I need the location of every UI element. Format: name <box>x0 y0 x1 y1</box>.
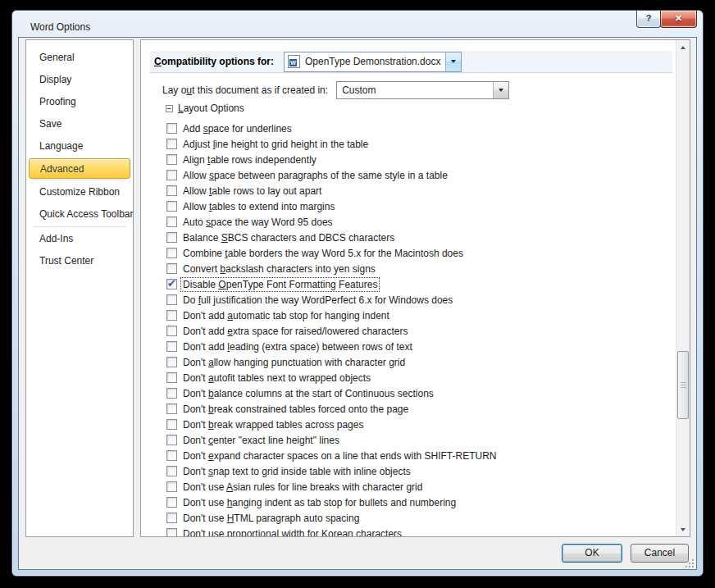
checkbox-label[interactable]: Don't break constrained tables forced on… <box>181 403 410 416</box>
scroll-up-button[interactable] <box>676 40 690 54</box>
checkbox[interactable] <box>166 419 177 430</box>
checkbox-label[interactable]: Don't use proportional width for Korean … <box>181 527 403 538</box>
collapse-icon[interactable]: − <box>166 105 173 112</box>
scrollbar-thumb[interactable] <box>677 351 689 419</box>
compatibility-option-row: Don't use HTML paragraph auto spacing <box>166 510 675 526</box>
window-title: Word Options <box>30 21 90 33</box>
checkbox[interactable] <box>166 481 177 492</box>
checkbox-label[interactable]: Don't balance columns at the start of Co… <box>181 387 435 400</box>
sidebar-item-display[interactable]: Display <box>26 69 133 91</box>
compatibility-document-combobox[interactable]: W OpenType Demonstration.docx <box>284 52 462 72</box>
checkbox[interactable] <box>166 170 177 180</box>
checkbox[interactable] <box>166 341 177 352</box>
compatibility-option-row: Allow tables to extend into margins <box>166 198 675 214</box>
checkbox-label[interactable]: Add space for underlines <box>181 122 294 135</box>
compatibility-option-row: Auto space the way Word 95 does <box>166 214 675 230</box>
arrow-down-icon <box>681 528 685 531</box>
checkbox[interactable] <box>166 154 177 165</box>
checkbox[interactable] <box>166 528 177 537</box>
sidebar-item-general[interactable]: General <box>26 47 133 69</box>
layout-as-if-row: Lay out this document as if created in: … <box>162 81 509 99</box>
checkbox[interactable] <box>166 450 177 461</box>
resize-grip-icon[interactable] <box>684 558 694 567</box>
checkbox[interactable] <box>166 497 177 508</box>
checkbox[interactable] <box>166 185 177 196</box>
checkbox-label[interactable]: Allow table rows to lay out apart <box>181 185 323 198</box>
checkbox-label[interactable]: Don't use HTML paragraph auto spacing <box>181 512 361 525</box>
checkbox-label[interactable]: Don't center "exact line height" lines <box>181 434 341 447</box>
compatibility-option-row: Don't snap text to grid inside table wit… <box>166 463 675 479</box>
checkbox[interactable]: ✔ <box>166 279 177 289</box>
checkbox-label[interactable]: Do full justification the way WordPerfec… <box>181 294 454 307</box>
checkbox[interactable] <box>166 403 177 414</box>
checkbox[interactable] <box>166 232 177 243</box>
checkbox-label[interactable]: Adjust line height to grid height in the… <box>181 138 370 151</box>
checkbox-label[interactable]: Don't use hanging indent as tab stop for… <box>181 496 458 509</box>
compatibility-option-row: Don't autofit tables next to wrapped obj… <box>166 370 675 385</box>
sidebar-item-add-ins[interactable]: Add-Ins <box>26 228 133 250</box>
checkbox[interactable] <box>166 466 177 476</box>
sidebar-item-quick-access-toolbar[interactable]: Quick Access Toolbar <box>26 203 133 226</box>
sidebar-item-proofing[interactable]: Proofing <box>26 91 133 113</box>
sidebar-item-save[interactable]: Save <box>26 113 133 135</box>
sidebar-item-trust-center[interactable]: Trust Center <box>26 250 133 272</box>
checkbox-label[interactable]: Don't add leading (extra space) between … <box>181 340 414 353</box>
compatibility-option-row: Add space for underlines <box>166 121 675 136</box>
checkbox[interactable] <box>166 388 177 399</box>
close-icon: ✕ <box>675 13 682 23</box>
checkbox[interactable] <box>166 248 177 258</box>
checkbox-label[interactable]: Combine table borders the way Word 5.x f… <box>181 247 465 260</box>
arrow-up-icon <box>681 46 685 49</box>
checkbox-label[interactable]: Don't add extra space for raised/lowered… <box>181 325 409 338</box>
checkbox[interactable] <box>166 263 177 274</box>
ok-button[interactable]: OK <box>562 544 622 563</box>
compatibility-option-row: Don't use hanging indent as tab stop for… <box>166 495 675 510</box>
cancel-button[interactable]: Cancel <box>631 544 689 563</box>
checkbox[interactable] <box>166 372 177 383</box>
help-button[interactable]: ? <box>636 11 661 28</box>
checkbox-label[interactable]: Don't autofit tables next to wrapped obj… <box>181 371 372 385</box>
dropdown-button[interactable] <box>493 82 508 98</box>
chevron-down-icon <box>499 89 503 92</box>
checkbox-label[interactable]: Don't allow hanging punctuation with cha… <box>181 356 407 369</box>
dropdown-button[interactable] <box>445 52 461 71</box>
sidebar-item-customize-ribbon[interactable]: Customize Ribbon <box>26 181 133 203</box>
vertical-scrollbar[interactable] <box>676 40 690 536</box>
checkbox-label[interactable]: Don't expand character spaces on a line … <box>181 449 499 463</box>
layout-options-label: Layout Options <box>178 103 244 114</box>
checkbox-label[interactable]: Don't break wrapped tables across pages <box>181 418 365 431</box>
help-icon: ? <box>646 13 652 23</box>
compatibility-option-row: Don't add extra space for raised/lowered… <box>166 323 675 339</box>
checkbox-label[interactable]: Don't use Asian rules for line breaks wi… <box>181 481 424 494</box>
checkbox[interactable] <box>166 310 177 321</box>
checkbox-label[interactable]: Allow space between paragraphs of the sa… <box>181 169 449 182</box>
sidebar-separator <box>33 226 126 227</box>
checkbox-label[interactable]: Don't snap text to grid inside table wit… <box>181 465 412 478</box>
checkbox[interactable] <box>166 513 177 523</box>
checkbox[interactable] <box>166 139 177 149</box>
chevron-down-icon <box>451 60 456 63</box>
compatibility-option-row: Allow table rows to lay out apart <box>166 183 675 198</box>
scroll-down-button[interactable] <box>676 522 690 536</box>
checkbox[interactable] <box>166 123 177 134</box>
checkbox-label[interactable]: Allow tables to extend into margins <box>181 200 336 213</box>
checkbox-label[interactable]: Don't add automatic tab stop for hanging… <box>181 309 391 322</box>
checkbox-label[interactable]: Align table rows independently <box>181 153 318 166</box>
checkbox-label[interactable]: Auto space the way Word 95 does <box>181 216 335 229</box>
sidebar-item-language[interactable]: Language <box>26 135 133 157</box>
checkbox[interactable] <box>166 326 177 336</box>
sidebar-separator <box>33 180 126 180</box>
compatibility-option-row: Don't break constrained tables forced on… <box>166 401 675 417</box>
checkbox[interactable] <box>166 294 177 305</box>
checkbox[interactable] <box>166 435 177 445</box>
checkbox[interactable] <box>166 201 177 212</box>
sidebar-item-advanced[interactable]: Advanced <box>29 158 130 179</box>
close-button[interactable]: ✕ <box>660 11 697 28</box>
checkbox[interactable] <box>166 357 177 367</box>
layout-options-header[interactable]: − Layout Options <box>166 103 244 114</box>
checkbox-label[interactable]: Convert backslash characters into yen si… <box>181 262 377 276</box>
checkbox-label[interactable]: Disable OpenType Font Formatting Feature… <box>181 278 379 291</box>
checkbox-label[interactable]: Balance SBCS characters and DBCS charact… <box>181 231 396 244</box>
layout-as-if-combobox[interactable]: Custom <box>336 81 509 99</box>
checkbox[interactable] <box>166 217 177 227</box>
